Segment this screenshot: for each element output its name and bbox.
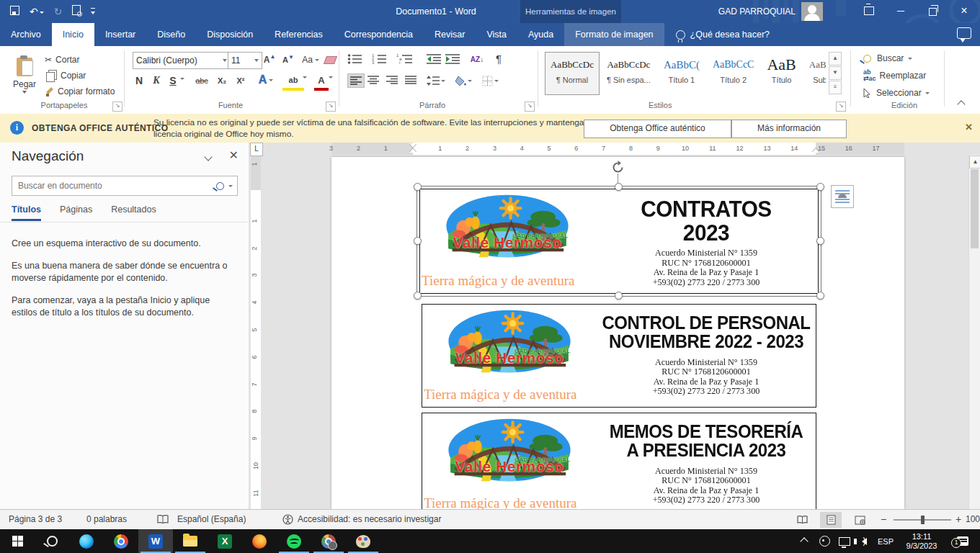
increase-indent-button[interactable]	[445, 53, 460, 65]
zoom-in-button[interactable]: +	[956, 510, 961, 529]
vertical-ruler[interactable]: 11234567891011	[251, 156, 261, 509]
text-effects-button[interactable]: A	[257, 72, 275, 88]
nav-pane-close-icon[interactable]: ✕	[229, 148, 239, 162]
nav-tab-páginas[interactable]: Páginas	[60, 204, 92, 221]
style-card[interactable]: AaBbCcDSubtítulo	[803, 52, 826, 95]
style-card[interactable]: AaBbCcCTítulo 2	[707, 52, 760, 95]
taskbar-search-icon[interactable]	[35, 529, 69, 553]
bullet-list-button[interactable]	[347, 53, 363, 65]
zoom-level[interactable]: 100%	[966, 510, 980, 529]
network-icon[interactable]	[836, 529, 853, 553]
font-family-combo[interactable]: Calibri (Cuerpo)	[133, 52, 231, 69]
select-button[interactable]: Seleccionar	[863, 86, 930, 99]
highlight-color-button[interactable]: ab	[282, 72, 304, 91]
styles-scroll-up[interactable]: ▲	[829, 52, 842, 66]
styles-more-button[interactable]: ≡	[829, 81, 842, 94]
language-tray[interactable]: ESP	[875, 529, 896, 553]
tab-referencias[interactable]: Referencias	[264, 23, 334, 46]
borders-button[interactable]	[478, 73, 502, 88]
zoom-out-button[interactable]: −	[881, 510, 886, 529]
format-painter-button[interactable]: Copiar formato	[45, 85, 115, 98]
grow-font-button[interactable]: A▲	[261, 52, 278, 68]
tab-ayuda[interactable]: Ayuda	[517, 23, 564, 46]
style-card[interactable]: AaBbCcDc¶ Normal	[545, 52, 600, 95]
paste-button[interactable]: Pegar	[7, 52, 42, 99]
taskbar-spotify-icon[interactable]	[277, 529, 311, 553]
show-marks-button[interactable]: ¶	[491, 50, 506, 66]
word-count[interactable]: 0 palabras	[86, 510, 127, 529]
right-indent-marker[interactable]	[812, 148, 819, 153]
search-input[interactable]	[12, 181, 216, 191]
bold-button[interactable]: N	[131, 73, 147, 88]
justify-button[interactable]	[405, 76, 416, 84]
page-indicator[interactable]: Página 3 de 3	[9, 510, 62, 529]
font-size-combo[interactable]: 11	[228, 52, 262, 69]
minimize-button[interactable]: ─	[885, 0, 917, 23]
shrink-font-button[interactable]: A▼	[280, 52, 297, 68]
letterhead-block-1[interactable]: Valle HermosoGAD PARROQUIAL Tierra mágic…	[419, 189, 819, 294]
restore-button[interactable]	[917, 0, 948, 23]
taskbar-firefox-icon[interactable]	[242, 529, 277, 553]
underline-button[interactable]: S	[166, 73, 180, 88]
first-line-indent-marker[interactable]	[409, 143, 416, 148]
resize-handle-sw[interactable]	[414, 292, 422, 300]
align-right-button[interactable]	[386, 76, 398, 84]
resize-handle-se[interactable]	[816, 292, 824, 300]
get-genuine-office-button[interactable]: Obtenga Office auténtico	[584, 120, 731, 138]
font-color-button[interactable]: A	[314, 72, 329, 91]
taskbar-explorer-icon[interactable]	[173, 529, 208, 553]
tab-stop-selector[interactable]: L	[250, 143, 263, 156]
resize-handle-nw[interactable]	[414, 183, 422, 191]
tab-insertar[interactable]: Insertar	[94, 23, 146, 46]
resize-handle-ne[interactable]	[816, 183, 824, 191]
tab-vista[interactable]: Vista	[476, 23, 517, 46]
volume-icon[interactable]	[855, 529, 873, 553]
clock[interactable]: 13:119/3/2023	[898, 529, 945, 553]
line-spacing-button[interactable]	[425, 73, 447, 88]
warning-close-icon[interactable]: ✕	[965, 122, 973, 132]
close-button[interactable]: ×	[948, 0, 980, 23]
numbered-list-button[interactable]: 123	[372, 53, 388, 65]
styles-scroll-down[interactable]: ▼	[829, 66, 842, 80]
letterhead-block-2[interactable]: Valle HermosoGAD PARROQUIAL Tierra mágic…	[422, 304, 816, 408]
rotate-handle[interactable]	[610, 160, 625, 175]
style-card[interactable]: AaBbCcDc¶ Sin espa...	[601, 52, 656, 95]
tab-dise-o[interactable]: Diseño	[146, 23, 196, 46]
align-center-button[interactable]	[368, 76, 379, 84]
print-preview-button[interactable]	[72, 0, 81, 23]
tab-correspondencia[interactable]: Correspondencia	[334, 23, 424, 46]
zoom-slider-thumb[interactable]	[921, 516, 925, 524]
align-left-button[interactable]	[347, 73, 365, 88]
accessibility-icon[interactable]	[282, 514, 293, 525]
avatar[interactable]	[801, 2, 823, 21]
tray-expand-chevron[interactable]	[796, 529, 813, 553]
sort-button[interactable]: AZ↓	[467, 52, 487, 66]
font-color-dropdown[interactable]	[329, 76, 333, 78]
subscript-button[interactable]: X₂	[213, 73, 231, 88]
paragraph-dialog-launcher[interactable]: ↘	[525, 102, 535, 112]
ribbon-display-options-button[interactable]	[853, 0, 885, 23]
web-layout-button[interactable]	[849, 512, 870, 528]
copy-button[interactable]: Copiar	[45, 69, 86, 82]
cut-button[interactable]: ✂Cortar	[45, 53, 79, 66]
scroll-up-arrow[interactable]: ▲	[969, 156, 980, 168]
taskbar-word-icon[interactable]: W	[138, 529, 173, 553]
tab-inicio[interactable]: Inicio	[52, 23, 94, 46]
customize-qat-button[interactable]	[91, 8, 95, 16]
tab-formato-de-imagen[interactable]: Formato de imagen	[564, 23, 664, 46]
taskbar-excel-icon[interactable]: X	[208, 529, 242, 553]
clear-formatting-button[interactable]	[323, 52, 337, 68]
resize-handle-n[interactable]	[615, 183, 623, 191]
search-icon[interactable]	[216, 182, 224, 190]
find-button[interactable]: Buscar	[863, 52, 912, 65]
collapse-ribbon-button[interactable]	[958, 99, 964, 109]
underline-dropdown[interactable]	[180, 78, 184, 80]
search-box[interactable]	[12, 176, 238, 196]
nav-tab-títulos[interactable]: Títulos	[12, 204, 41, 221]
resize-handle-e[interactable]	[816, 237, 824, 245]
feedback-icon[interactable]	[957, 27, 971, 39]
save-button[interactable]	[10, 0, 19, 23]
language-indicator[interactable]: Español (España)	[177, 510, 246, 529]
hanging-indent-marker[interactable]	[409, 148, 416, 153]
font-dialog-launcher[interactable]: ↘	[326, 102, 336, 112]
